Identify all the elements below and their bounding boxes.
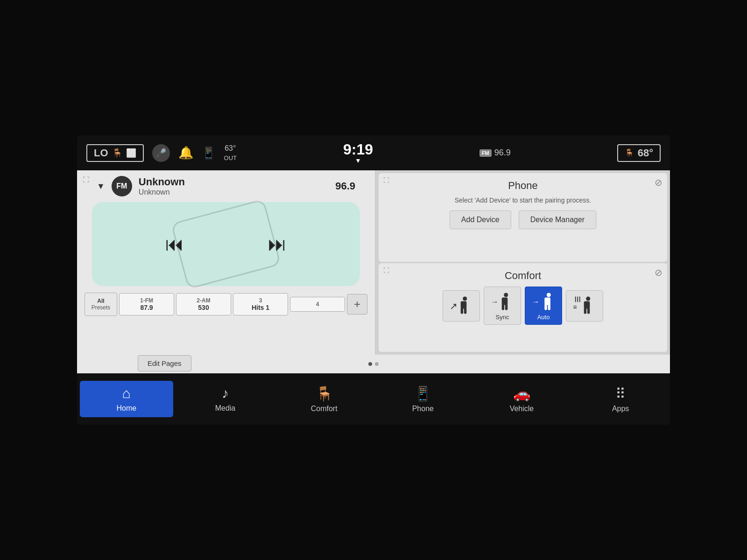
nav-vehicle[interactable]: 🚗 Vehicle (475, 381, 568, 418)
edit-pages-button[interactable]: Edit Pages (138, 355, 191, 371)
phone-nav-icon: 📱 (414, 385, 431, 402)
preset-3[interactable]: 3 Hits 1 (233, 293, 288, 315)
seat-button-auto[interactable]: → Auto (525, 287, 562, 325)
comfort-widget: ⛶ ⊘ Comfort (379, 263, 667, 352)
seat-button-forward[interactable]: ↗ (443, 290, 480, 322)
apps-icon: ⠿ (615, 385, 626, 402)
dropdown-arrow[interactable]: ▼ (97, 182, 105, 191)
svg-point-0 (463, 296, 467, 301)
svg-rect-18 (587, 308, 589, 314)
nav-apps[interactable]: ⠿ Apps (574, 381, 667, 418)
add-device-button[interactable]: Add Device (450, 210, 511, 229)
status-left: LO 🪑 ⬜ 🎤 🔔 📱 63° OUT (86, 144, 237, 161)
comfort-settings-icon[interactable]: ⊘ (655, 267, 662, 278)
page-dots (368, 362, 379, 366)
radio-expand-icon[interactable]: ⛶ (83, 176, 89, 183)
fm-badge: FM (479, 149, 492, 157)
apps-label: Apps (612, 405, 629, 413)
seat-heat-icon: 🪑 (112, 148, 122, 158)
presets-sublabel: Presets (91, 304, 111, 311)
lo-badge: LO 🪑 ⬜ (86, 144, 144, 162)
seat-button-sync[interactable]: → Sync (484, 287, 521, 325)
seat-sync-icon: → (490, 291, 515, 312)
page-dot-2[interactable] (375, 362, 379, 366)
radio-header: ▼ FM Unknown Unknown 96.9 (83, 176, 369, 200)
seat-button-heat[interactable]: ≡ (566, 290, 603, 322)
comfort-widget-title: Comfort (387, 270, 659, 282)
fm-band-badge: FM (112, 176, 132, 196)
preset-1[interactable]: 1-FM 87.9 (119, 293, 174, 315)
comfort-expand-icon[interactable]: ⛶ (383, 267, 389, 274)
time-arrow: ▼ (355, 157, 361, 164)
svg-text:↗: ↗ (450, 301, 458, 311)
svg-text:→: → (491, 297, 498, 306)
bottom-bar: Edit Pages (77, 355, 670, 373)
right-panel: ⛶ ⊘ Phone Select 'Add Device' to start t… (376, 170, 670, 355)
svg-point-5 (504, 293, 508, 297)
svg-rect-13 (548, 304, 550, 310)
seat-auto-icon: → (531, 291, 557, 312)
svg-text:≡: ≡ (573, 303, 577, 310)
nav-home[interactable]: ⌂ Home (80, 381, 173, 417)
add-preset-button[interactable]: + (347, 294, 367, 315)
presets-bar: All Presets 1-FM 87.9 2-AM 530 3 Hits 1 … (83, 293, 369, 316)
nav-media[interactable]: ♪ Media (178, 381, 272, 417)
temp-label: OUT (224, 154, 237, 161)
phone-label: Phone (412, 405, 434, 413)
phone-settings-icon[interactable]: ⊘ (655, 177, 662, 188)
home-label: Home (116, 404, 136, 413)
radio-panel: ⛶ ▼ FM Unknown Unknown 96.9 ⏮ ⏭ All (77, 170, 376, 355)
track-artist: Unknown (139, 188, 329, 196)
svg-rect-12 (544, 304, 547, 310)
status-right: 🪑 68° (617, 144, 661, 162)
lo-label: LO (94, 147, 108, 159)
nav-comfort[interactable]: 🪑 Comfort (277, 381, 371, 418)
seat-icon-2: ⬜ (126, 148, 136, 158)
vehicle-icon: 🚗 (513, 385, 530, 402)
vehicle-label: Vehicle (510, 405, 534, 413)
radio-visual: ⏮ ⏭ (92, 202, 360, 286)
all-presets-button[interactable]: All Presets (85, 293, 117, 316)
prev-button[interactable]: ⏮ (165, 234, 184, 255)
phone-widget: ⛶ ⊘ Phone Select 'Add Device' to start t… (379, 173, 667, 262)
device-manager-button[interactable]: Device Manager (519, 210, 597, 229)
track-info: Unknown Unknown (139, 176, 329, 196)
preset-2[interactable]: 2-AM 530 (176, 293, 231, 315)
svg-point-10 (546, 293, 550, 297)
home-icon: ⌂ (122, 385, 131, 401)
nav-phone[interactable]: 📱 Phone (376, 381, 470, 418)
seat-controls: ↗ → (387, 287, 659, 325)
radio-freq-status: 96.9 (494, 148, 511, 158)
phone-widget-title: Phone (387, 180, 659, 192)
svg-rect-2 (460, 308, 463, 314)
mic-icon[interactable]: 🎤 (152, 144, 170, 162)
comfort-label: Comfort (311, 405, 338, 413)
outside-temp: 63° OUT (224, 144, 237, 161)
cabin-temp-value: 68° (638, 147, 653, 159)
page-dot-1[interactable] (368, 362, 372, 366)
phone-pairing-text: Select 'Add Device' to start the pairing… (387, 196, 659, 204)
phone-buttons: Add Device Device Manager (387, 210, 659, 229)
media-label: Media (215, 404, 236, 413)
preset-4[interactable]: 4 (290, 297, 345, 312)
svg-rect-17 (584, 308, 586, 314)
svg-point-15 (586, 296, 590, 301)
cabin-temp: 🪑 68° (617, 144, 661, 162)
svg-rect-11 (544, 297, 550, 305)
media-icon: ♪ (222, 385, 229, 401)
phone-expand-icon[interactable]: ⛶ (383, 177, 389, 184)
frequency-display: 96.9 (335, 180, 355, 192)
radio-status: FM 96.9 (479, 148, 511, 158)
status-center: 9:19 ▼ (343, 142, 373, 164)
svg-rect-3 (464, 308, 466, 314)
seat-right-icon: 🪑 (625, 148, 634, 157)
seat-forward-icon: ↗ (449, 294, 474, 315)
track-title: Unknown (139, 176, 329, 188)
main-content: ⛶ ▼ FM Unknown Unknown 96.9 ⏮ ⏭ All (77, 170, 670, 355)
seat-btn-sync-label: Sync (496, 314, 509, 321)
svg-rect-16 (584, 301, 590, 308)
seat-heat-icon: ≡ (572, 294, 598, 315)
bell-icon[interactable]: 🔔 (178, 146, 193, 160)
next-button[interactable]: ⏭ (268, 234, 287, 255)
phone-status-icon: 📱 (202, 147, 216, 160)
